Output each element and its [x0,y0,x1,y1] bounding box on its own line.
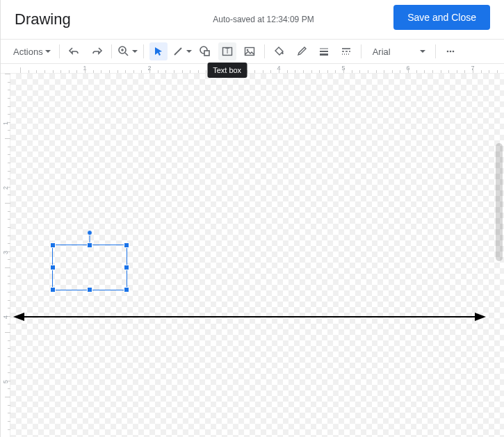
shape-tool[interactable] [196,42,214,60]
selected-textbox[interactable] [52,245,127,290]
svg-point-10 [246,49,248,51]
resize-handle-ne[interactable] [124,242,129,248]
dialog-header: Drawing Auto-saved at 12:34:09 PM Save a… [1,0,504,39]
vertical-ruler: 12345 [1,74,10,437]
dialog-title: Drawing [15,10,71,28]
fill-color-button[interactable] [270,42,288,60]
separator [435,44,436,58]
svg-marker-21 [13,313,24,321]
separator [361,44,361,58]
undo-button[interactable] [65,42,83,60]
svg-text:T: T [225,47,229,55]
select-tool[interactable] [149,42,168,60]
caret-down-icon [132,50,138,53]
separator [264,44,265,58]
shape-icon [199,45,211,58]
caret-down-icon [186,50,192,53]
zoom-button[interactable] [117,42,138,60]
line-icon [172,45,184,58]
undo-icon [68,45,81,58]
svg-line-1 [125,53,128,56]
more-button[interactable] [441,42,460,60]
horizontal-ruler: 1234567 [1,64,504,74]
resize-handle-se[interactable] [124,287,129,292]
line-tool[interactable] [172,42,192,60]
svg-line-4 [174,48,181,55]
svg-marker-22 [475,313,486,321]
border-weight-button[interactable] [315,42,333,60]
separator [59,44,60,58]
svg-point-18 [449,51,451,53]
double-arrow-line[interactable] [13,310,486,324]
redo-button[interactable] [88,42,106,60]
redo-icon [90,45,103,58]
pen-icon [295,45,308,58]
resize-handle-s[interactable] [87,287,92,292]
svg-point-19 [452,51,454,53]
svg-point-17 [446,51,448,53]
font-picker[interactable]: Arial [367,42,430,60]
resize-handle-nw[interactable] [50,242,56,248]
save-and-close-button[interactable]: Save and Close [393,5,490,30]
caret-down-icon [45,50,51,53]
autosave-status: Auto-saved at 12:34:09 PM [213,15,314,24]
image-tool[interactable] [241,42,259,60]
resize-handle-n[interactable] [87,242,92,248]
caret-down-icon [420,50,425,53]
vertical-scrollbar[interactable] [496,143,503,261]
svg-rect-9 [245,48,254,56]
select-icon [152,45,165,58]
toolbar: Actions T Text box [1,39,504,64]
border-color-button[interactable] [293,42,311,60]
tooltip: Text box [207,63,247,78]
svg-rect-6 [204,51,209,56]
image-icon [243,45,256,58]
more-icon [444,45,457,58]
separator [143,44,144,58]
resize-handle-sw[interactable] [50,287,56,292]
border-weight-icon [318,45,330,58]
resize-handle-w[interactable] [50,265,56,270]
drawing-canvas[interactable] [10,74,504,437]
border-dash-button[interactable] [337,42,355,60]
textbox-icon: T [221,45,234,58]
fill-icon [273,45,286,58]
separator [111,44,112,58]
actions-menu[interactable]: Actions [10,42,54,60]
rotation-handle[interactable] [87,230,92,236]
textbox-tool[interactable]: T Text box [218,42,236,60]
resize-handle-e[interactable] [124,265,129,270]
border-dash-icon [340,45,352,58]
zoom-icon [117,45,130,58]
